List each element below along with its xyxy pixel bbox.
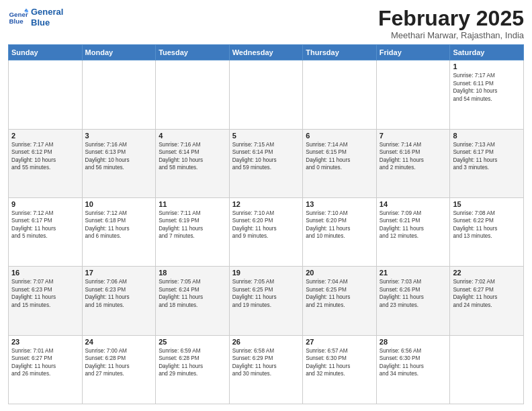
calendar-cell: [450, 335, 524, 404]
day-number: 28: [380, 338, 447, 346]
day-number: 26: [232, 338, 300, 346]
calendar-table: SundayMondayTuesdayWednesdayThursdayFrid…: [8, 44, 524, 404]
day-number: 19: [232, 269, 300, 277]
week-row-1: 1Sunrise: 7:17 AM Sunset: 6:11 PM Daylig…: [9, 60, 524, 129]
weekday-header-thursday: Thursday: [303, 45, 377, 60]
calendar-cell: [9, 60, 83, 129]
day-number: 10: [85, 200, 153, 208]
day-number: 16: [11, 269, 79, 277]
weekday-header-row: SundayMondayTuesdayWednesdayThursdayFrid…: [9, 45, 524, 60]
weekday-header-monday: Monday: [82, 45, 156, 60]
week-row-4: 16Sunrise: 7:07 AM Sunset: 6:23 PM Dayli…: [9, 267, 524, 335]
calendar-cell: 11Sunrise: 7:11 AM Sunset: 6:19 PM Dayli…: [156, 197, 230, 266]
calendar-title: February 2025: [378, 7, 524, 30]
calendar-cell: 19Sunrise: 7:05 AM Sunset: 6:25 PM Dayli…: [229, 267, 303, 335]
svg-text:General: General: [9, 10, 29, 17]
day-info: Sunrise: 7:14 AM Sunset: 6:15 PM Dayligh…: [306, 141, 373, 172]
week-row-5: 23Sunrise: 7:01 AM Sunset: 6:27 PM Dayli…: [9, 335, 524, 404]
calendar-cell: 15Sunrise: 7:08 AM Sunset: 6:22 PM Dayli…: [450, 197, 524, 266]
calendar-cell: 18Sunrise: 7:05 AM Sunset: 6:24 PM Dayli…: [156, 267, 230, 335]
day-number: 4: [159, 132, 226, 140]
day-info: Sunrise: 7:12 AM Sunset: 6:17 PM Dayligh…: [11, 210, 79, 240]
weekday-header-tuesday: Tuesday: [156, 45, 230, 60]
calendar-cell: 23Sunrise: 7:01 AM Sunset: 6:27 PM Dayli…: [9, 335, 83, 404]
calendar-cell: 27Sunrise: 6:57 AM Sunset: 6:30 PM Dayli…: [303, 335, 377, 404]
day-info: Sunrise: 7:10 AM Sunset: 6:20 PM Dayligh…: [306, 210, 373, 240]
calendar-cell: 25Sunrise: 6:59 AM Sunset: 6:28 PM Dayli…: [156, 335, 230, 404]
logo-text-line2: Blue: [31, 17, 63, 28]
calendar-cell: 7Sunrise: 7:14 AM Sunset: 6:16 PM Daylig…: [376, 129, 450, 197]
calendar-cell: 2Sunrise: 7:17 AM Sunset: 6:12 PM Daylig…: [9, 129, 83, 197]
calendar-cell: 12Sunrise: 7:10 AM Sunset: 6:20 PM Dayli…: [229, 197, 303, 266]
calendar-cell: 28Sunrise: 6:56 AM Sunset: 6:30 PM Dayli…: [376, 335, 450, 404]
day-info: Sunrise: 6:56 AM Sunset: 6:30 PM Dayligh…: [380, 347, 447, 378]
calendar-cell: [82, 60, 156, 129]
day-info: Sunrise: 7:09 AM Sunset: 6:21 PM Dayligh…: [380, 210, 447, 240]
day-number: 12: [232, 200, 300, 208]
day-info: Sunrise: 6:57 AM Sunset: 6:30 PM Dayligh…: [306, 347, 373, 378]
day-info: Sunrise: 7:06 AM Sunset: 6:23 PM Dayligh…: [85, 278, 153, 309]
day-number: 6: [306, 132, 373, 140]
day-number: 8: [453, 132, 521, 140]
calendar-cell: [303, 60, 377, 129]
day-number: 24: [85, 338, 153, 346]
calendar-cell: 21Sunrise: 7:03 AM Sunset: 6:26 PM Dayli…: [376, 267, 450, 335]
weekday-header-sunday: Sunday: [9, 45, 83, 60]
day-number: 7: [380, 132, 447, 140]
title-block: February 2025 Meethari Marwar, Rajasthan…: [378, 7, 524, 40]
day-number: 13: [306, 200, 373, 208]
weekday-header-saturday: Saturday: [450, 45, 524, 60]
day-info: Sunrise: 7:11 AM Sunset: 6:19 PM Dayligh…: [159, 210, 226, 240]
weekday-header-wednesday: Wednesday: [229, 45, 303, 60]
logo-text-line1: General: [31, 7, 63, 17]
calendar-cell: 17Sunrise: 7:06 AM Sunset: 6:23 PM Dayli…: [82, 267, 156, 335]
weekday-header-friday: Friday: [376, 45, 450, 60]
calendar-cell: 13Sunrise: 7:10 AM Sunset: 6:20 PM Dayli…: [303, 197, 377, 266]
calendar-cell: 3Sunrise: 7:16 AM Sunset: 6:13 PM Daylig…: [82, 129, 156, 197]
day-number: 15: [453, 200, 521, 208]
day-number: 1: [453, 62, 521, 71]
day-number: 18: [159, 269, 226, 277]
page: General Blue General Blue February 2025 …: [0, 0, 532, 411]
calendar-cell: 6Sunrise: 7:14 AM Sunset: 6:15 PM Daylig…: [303, 129, 377, 197]
day-number: 2: [11, 132, 79, 140]
logo: General Blue General Blue: [8, 7, 63, 28]
day-number: 25: [159, 338, 226, 346]
day-info: Sunrise: 7:00 AM Sunset: 6:28 PM Dayligh…: [85, 347, 153, 378]
day-info: Sunrise: 7:03 AM Sunset: 6:26 PM Dayligh…: [380, 278, 447, 309]
day-info: Sunrise: 7:15 AM Sunset: 6:14 PM Dayligh…: [232, 141, 300, 172]
calendar-cell: 4Sunrise: 7:16 AM Sunset: 6:14 PM Daylig…: [156, 129, 230, 197]
day-number: 5: [232, 132, 300, 140]
day-number: 20: [306, 269, 373, 277]
day-number: 14: [380, 200, 447, 208]
day-info: Sunrise: 7:07 AM Sunset: 6:23 PM Dayligh…: [11, 278, 79, 309]
day-number: 9: [11, 200, 79, 208]
day-number: 11: [159, 200, 226, 208]
day-info: Sunrise: 7:04 AM Sunset: 6:25 PM Dayligh…: [306, 278, 373, 309]
day-info: Sunrise: 7:16 AM Sunset: 6:13 PM Dayligh…: [85, 141, 153, 172]
day-info: Sunrise: 7:02 AM Sunset: 6:27 PM Dayligh…: [453, 278, 521, 309]
day-info: Sunrise: 7:13 AM Sunset: 6:17 PM Dayligh…: [453, 141, 521, 172]
day-info: Sunrise: 7:08 AM Sunset: 6:22 PM Dayligh…: [453, 210, 521, 240]
week-row-2: 2Sunrise: 7:17 AM Sunset: 6:12 PM Daylig…: [9, 129, 524, 197]
day-info: Sunrise: 7:10 AM Sunset: 6:20 PM Dayligh…: [232, 210, 300, 240]
calendar-cell: [229, 60, 303, 129]
day-info: Sunrise: 7:16 AM Sunset: 6:14 PM Dayligh…: [159, 141, 226, 172]
svg-text:Blue: Blue: [9, 17, 24, 25]
day-info: Sunrise: 7:14 AM Sunset: 6:16 PM Dayligh…: [380, 141, 447, 172]
calendar-cell: 22Sunrise: 7:02 AM Sunset: 6:27 PM Dayli…: [450, 267, 524, 335]
calendar-subtitle: Meethari Marwar, Rajasthan, India: [378, 30, 524, 40]
day-number: 21: [380, 269, 447, 277]
day-info: Sunrise: 6:58 AM Sunset: 6:29 PM Dayligh…: [232, 347, 300, 378]
calendar-cell: 26Sunrise: 6:58 AM Sunset: 6:29 PM Dayli…: [229, 335, 303, 404]
calendar-cell: 9Sunrise: 7:12 AM Sunset: 6:17 PM Daylig…: [9, 197, 83, 266]
day-info: Sunrise: 6:59 AM Sunset: 6:28 PM Dayligh…: [159, 347, 226, 378]
day-info: Sunrise: 7:01 AM Sunset: 6:27 PM Dayligh…: [11, 347, 79, 378]
logo-icon: General Blue: [8, 7, 28, 28]
day-number: 27: [306, 338, 373, 346]
week-row-3: 9Sunrise: 7:12 AM Sunset: 6:17 PM Daylig…: [9, 197, 524, 266]
day-info: Sunrise: 7:17 AM Sunset: 6:11 PM Dayligh…: [453, 72, 521, 103]
day-info: Sunrise: 7:05 AM Sunset: 6:25 PM Dayligh…: [232, 278, 300, 309]
day-info: Sunrise: 7:17 AM Sunset: 6:12 PM Dayligh…: [11, 141, 79, 172]
calendar-cell: 8Sunrise: 7:13 AM Sunset: 6:17 PM Daylig…: [450, 129, 524, 197]
